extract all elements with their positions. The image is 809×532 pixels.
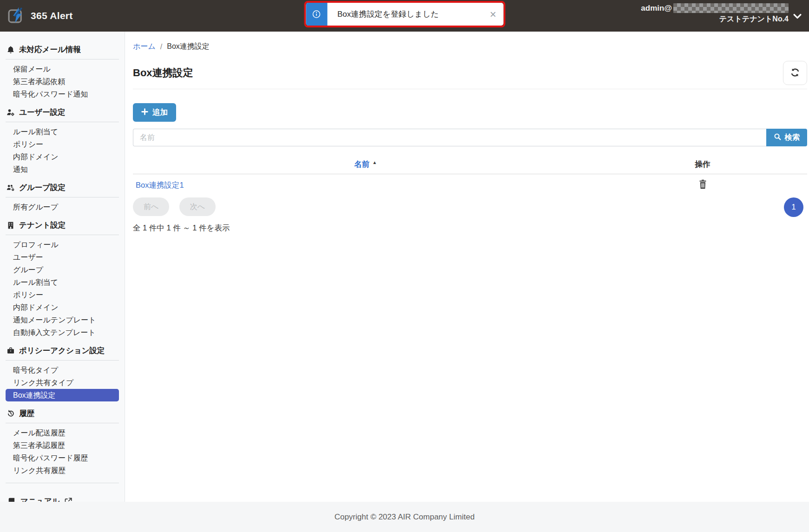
briefcase-icon — [7, 347, 15, 355]
section-label: テナント設定 — [19, 220, 66, 230]
sidebar-item-encrypted-password-history[interactable]: 暗号化パスワード履歴 — [6, 452, 119, 464]
user-gear-icon — [7, 108, 15, 117]
breadcrumb-separator: / — [160, 43, 162, 51]
section-header: ポリシーアクション設定 — [6, 345, 119, 361]
sidebar-item-notification-mail-template[interactable]: 通知メールテンプレート — [6, 314, 119, 326]
toast-highlight-box: Box連携設定を登録しました × — [304, 1, 505, 27]
sidebar-item-internal-domain[interactable]: 内部ドメイン — [6, 151, 119, 163]
sidebar-section-policy-action: ポリシーアクション設定 暗号化タイプ リンク共有タイプ Box連携設定 — [6, 345, 119, 401]
sidebar-item-notification[interactable]: 通知 — [6, 163, 119, 176]
title-row: Box連携設定 — [133, 61, 807, 89]
pagination-page-1[interactable]: 1 — [784, 197, 803, 217]
app-logo-icon — [7, 7, 26, 25]
section-label: ポリシーアクション設定 — [19, 346, 105, 356]
sidebar-section-user-settings: ユーザー設定 ルール割当て ポリシー 内部ドメイン 通知 — [6, 106, 119, 176]
toast-close-button[interactable]: × — [483, 3, 503, 26]
sidebar-item-pending-mail[interactable]: 保留メール — [6, 63, 119, 75]
bell-icon — [7, 46, 15, 54]
delete-button[interactable] — [697, 178, 709, 192]
section-header: ユーザー設定 — [6, 106, 119, 122]
sidebar-item-owned-groups[interactable]: 所有グループ — [6, 201, 119, 213]
section-label: ユーザー設定 — [19, 107, 66, 118]
account-tenant: テストテナントNo.4 — [641, 14, 789, 24]
pagination-prev-button[interactable]: 前へ — [133, 197, 169, 216]
section-label: 未対応メール情報 — [19, 45, 81, 55]
redacted-email-domain — [673, 3, 789, 13]
section-label: グループ設定 — [19, 183, 66, 193]
sidebar-item-tenant-rule-assignment[interactable]: ルール割当て — [6, 276, 119, 289]
app-logo[interactable]: 365 Alert — [7, 7, 73, 25]
sidebar-item-tenant-policy[interactable]: ポリシー — [6, 289, 119, 301]
copyright-text: Copyright © 2023 AIR Company Limited — [335, 512, 475, 522]
breadcrumb: ホーム / Box連携設定 — [133, 42, 807, 52]
info-icon — [306, 3, 327, 26]
users-gear-icon — [7, 184, 15, 192]
add-button-label: 追加 — [152, 107, 168, 118]
add-button[interactable]: 追加 — [133, 103, 176, 122]
section-label: 履歴 — [19, 408, 34, 419]
section-header: グループ設定 — [6, 182, 119, 197]
toast-message: Box連携設定を登録しました — [327, 3, 483, 26]
table-header-row: 名前▲ 操作 — [133, 155, 807, 174]
page-title: Box連携設定 — [133, 66, 193, 80]
sidebar-item-encryption-type[interactable]: 暗号化タイプ — [6, 364, 119, 376]
section-header: テナント設定 — [6, 219, 119, 235]
magnifier-icon — [774, 133, 782, 143]
sidebar-item-third-party-approval-history[interactable]: 第三者承認履歴 — [6, 439, 119, 452]
breadcrumb-current: Box連携設定 — [167, 42, 210, 52]
column-header-actions: 操作 — [598, 155, 807, 174]
sidebar-item-users[interactable]: ユーザー — [6, 251, 119, 263]
row-link-box-setting[interactable]: Box連携設定1 — [136, 181, 184, 189]
sidebar-item-manual[interactable]: マニュアル — [6, 483, 119, 502]
sidebar-section-group-settings: グループ設定 所有グループ — [6, 182, 119, 213]
book-icon — [7, 497, 16, 502]
account-email-prefix: admin@ — [641, 4, 672, 13]
sidebar-section-unhandled-mail: 未対応メール情報 保留メール 第三者承認依頼 暗号化パスワード通知 — [6, 44, 119, 100]
app-title: 365 Alert — [31, 10, 73, 21]
pagination-summary: 全 1 件中 1 件 ～ 1 件を表示 — [133, 223, 807, 233]
sidebar: 未対応メール情報 保留メール 第三者承認依頼 暗号化パスワード通知 ユーザー設定… — [0, 32, 125, 502]
footer: Copyright © 2023 AIR Company Limited — [0, 502, 809, 532]
manual-label: マニュアル — [20, 496, 59, 502]
notification-toast: Box連携設定を登録しました × — [306, 3, 503, 26]
search-button-label: 検索 — [785, 132, 800, 143]
building-icon — [7, 221, 15, 230]
table-row: Box連携設定1 — [133, 174, 807, 196]
sidebar-item-rule-assignment[interactable]: ルール割当て — [6, 125, 119, 138]
section-header: 未対応メール情報 — [6, 44, 119, 59]
column-header-name[interactable]: 名前 — [354, 160, 369, 168]
sidebar-item-mail-delivery-history[interactable]: メール配送履歴 — [6, 427, 119, 439]
sidebar-item-link-share-type[interactable]: リンク共有タイプ — [6, 376, 119, 389]
settings-table: 名前▲ 操作 Box連携設定1 — [133, 155, 807, 196]
sidebar-item-third-party-approval[interactable]: 第三者承認依頼 — [6, 75, 119, 88]
sort-asc-caret-icon: ▲ — [372, 160, 377, 165]
sidebar-item-link-share-history[interactable]: リンク共有履歴 — [6, 464, 119, 477]
breadcrumb-home-link[interactable]: ホーム — [133, 42, 156, 52]
pagination: 前へ 次へ 1 — [133, 197, 807, 217]
trash-icon — [698, 184, 708, 191]
search-input[interactable] — [133, 129, 766, 146]
sidebar-item-groups[interactable]: グループ — [6, 263, 119, 276]
external-link-icon — [64, 497, 72, 502]
sidebar-item-policy[interactable]: ポリシー — [6, 138, 119, 151]
main-content: ホーム / Box連携設定 Box連携設定 追加 — [125, 32, 809, 502]
chevron-down-icon — [792, 11, 802, 21]
sidebar-item-auto-insert-template[interactable]: 自動挿入文テンプレート — [6, 326, 119, 339]
plus-icon — [141, 108, 148, 117]
refresh-button[interactable] — [783, 61, 807, 85]
search-bar: 検索 — [133, 129, 807, 146]
account-menu[interactable]: admin@ テストテナントNo.4 — [641, 3, 802, 24]
sidebar-item-encrypted-password-notice[interactable]: 暗号化パスワード通知 — [6, 88, 119, 100]
sidebar-item-box-integration[interactable]: Box連携設定 — [6, 389, 119, 401]
search-button[interactable]: 検索 — [766, 129, 807, 146]
sidebar-section-tenant-settings: テナント設定 プロフィール ユーザー グループ ルール割当て ポリシー 内部ドメ… — [6, 219, 119, 339]
sidebar-item-profile[interactable]: プロフィール — [6, 238, 119, 251]
sidebar-section-history: 履歴 メール配送履歴 第三者承認履歴 暗号化パスワード履歴 リンク共有履歴 — [6, 407, 119, 477]
history-icon — [7, 409, 15, 418]
sidebar-item-tenant-internal-domain[interactable]: 内部ドメイン — [6, 301, 119, 314]
refresh-icon — [790, 67, 800, 79]
pagination-next-button[interactable]: 次へ — [179, 197, 216, 216]
section-header: 履歴 — [6, 407, 119, 423]
